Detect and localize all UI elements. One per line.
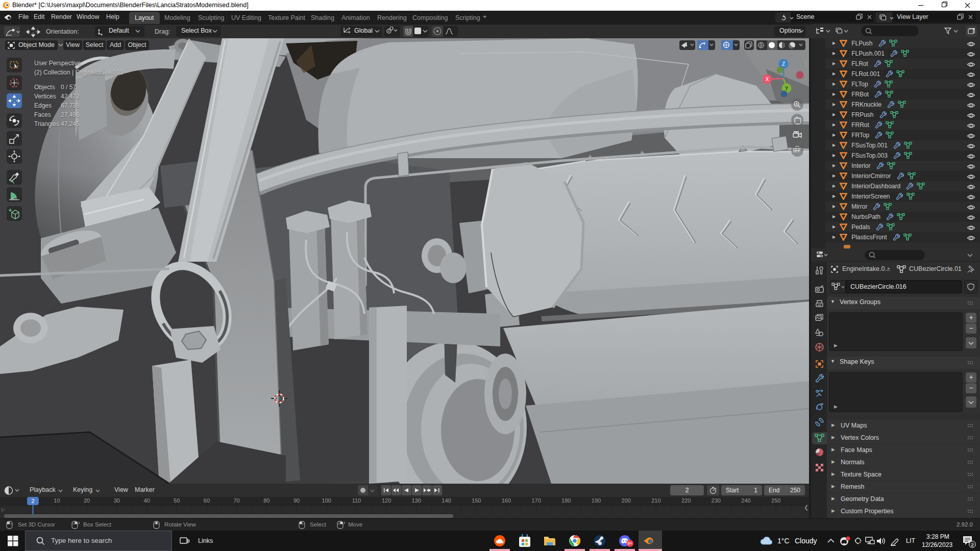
svg-text:100: 100 (322, 497, 331, 504)
svg-text:250: 250 (771, 497, 780, 504)
svg-text:150: 150 (472, 497, 481, 504)
svg-text:140: 140 (442, 497, 451, 504)
svg-text:70: 70 (233, 497, 239, 504)
svg-text:30: 30 (114, 497, 120, 504)
svg-text:40: 40 (143, 497, 150, 504)
svg-text:20: 20 (84, 497, 90, 504)
svg-text:Y: Y (785, 86, 789, 91)
svg-text:220: 220 (681, 497, 691, 504)
svg-text:180: 180 (561, 497, 571, 504)
svg-text:80: 80 (263, 497, 270, 504)
svg-text:230: 230 (712, 497, 721, 504)
svg-text:130: 130 (412, 497, 421, 504)
svg-text:170: 170 (531, 497, 541, 504)
svg-text:160: 160 (502, 497, 511, 504)
svg-text:90: 90 (293, 497, 300, 504)
svg-text:X: X (766, 77, 769, 82)
svg-text:110: 110 (352, 497, 361, 504)
svg-text:190: 190 (592, 497, 601, 504)
svg-text:50: 50 (174, 497, 180, 504)
svg-text:240: 240 (741, 497, 750, 504)
svg-text:200: 200 (622, 497, 631, 504)
svg-text:2: 2 (971, 542, 973, 547)
svg-text:9+: 9+ (627, 541, 632, 546)
svg-text:Z: Z (782, 61, 785, 67)
svg-text:2: 2 (31, 498, 34, 504)
svg-text:120: 120 (382, 497, 391, 504)
svg-text:10: 10 (54, 497, 60, 504)
svg-text:210: 210 (651, 497, 660, 504)
svg-text:60: 60 (204, 497, 210, 504)
